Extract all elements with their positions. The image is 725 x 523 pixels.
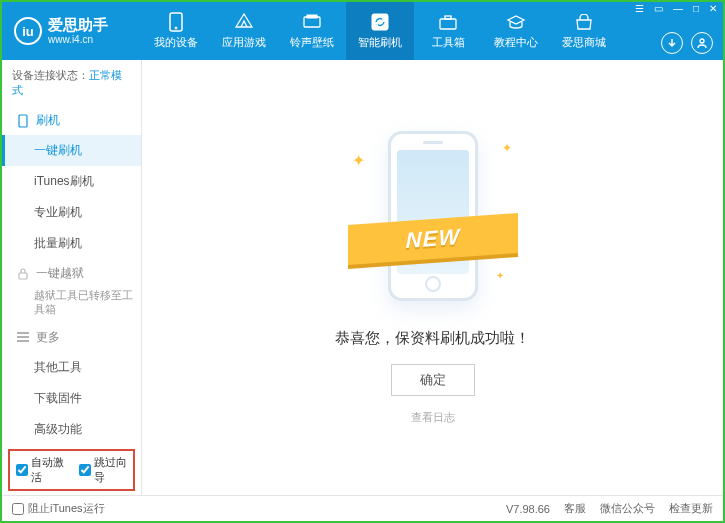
sidebar: 设备连接状态：正常模式 刷机 一键刷机 iTunes刷机 专业刷机 批量刷机 一… bbox=[2, 60, 142, 495]
nav-label: 我的设备 bbox=[154, 35, 198, 50]
svg-rect-6 bbox=[445, 16, 451, 19]
nav-label: 工具箱 bbox=[432, 35, 465, 50]
success-message: 恭喜您，保资料刷机成功啦！ bbox=[335, 329, 530, 348]
phone-icon bbox=[16, 114, 30, 128]
sidebar-item-batch[interactable]: 批量刷机 bbox=[2, 228, 141, 259]
menu-icon[interactable]: ☰ bbox=[633, 4, 646, 14]
list-icon bbox=[16, 330, 30, 344]
nav-store[interactable]: 爱思商城 bbox=[550, 2, 618, 60]
options-box: 自动激活 跳过向导 bbox=[8, 449, 135, 491]
svg-rect-3 bbox=[307, 15, 317, 18]
nav-label: 教程中心 bbox=[494, 35, 538, 50]
footer-wechat[interactable]: 微信公众号 bbox=[600, 501, 655, 516]
connection-status: 设备连接状态：正常模式 bbox=[2, 60, 141, 106]
nav-label: 智能刷机 bbox=[358, 35, 402, 50]
sidebar-item-other[interactable]: 其他工具 bbox=[2, 352, 141, 383]
brand-site: www.i4.cn bbox=[48, 34, 108, 45]
jailbreak-note: 越狱工具已转移至工具箱 bbox=[2, 288, 141, 323]
nav-smart-flash[interactable]: 智能刷机 bbox=[346, 2, 414, 60]
device-icon bbox=[166, 12, 186, 32]
footer-update[interactable]: 检查更新 bbox=[669, 501, 713, 516]
wallpaper-icon bbox=[302, 12, 322, 32]
minimize-icon[interactable]: — bbox=[671, 4, 685, 14]
logo-icon: iu bbox=[14, 17, 42, 45]
nav-tutorials[interactable]: 教程中心 bbox=[482, 2, 550, 60]
view-log-link[interactable]: 查看日志 bbox=[411, 410, 455, 425]
store-icon bbox=[574, 12, 594, 32]
status-bar: 阻止iTunes运行 V7.98.66 客服 微信公众号 检查更新 bbox=[2, 495, 723, 521]
window-controls: ☰ ▭ — □ ✕ bbox=[633, 4, 719, 14]
ok-button[interactable]: 确定 bbox=[391, 364, 475, 396]
sidebar-item-pro[interactable]: 专业刷机 bbox=[2, 197, 141, 228]
nav-ringtones[interactable]: 铃声壁纸 bbox=[278, 2, 346, 60]
download-button[interactable] bbox=[661, 32, 683, 54]
lock-icon bbox=[16, 267, 30, 281]
success-illustration: ✦ ✦ ✦ NEW bbox=[358, 131, 508, 311]
main-panel: ✦ ✦ ✦ NEW 恭喜您，保资料刷机成功啦！ 确定 查看日志 bbox=[142, 60, 723, 495]
svg-rect-5 bbox=[440, 19, 456, 29]
svg-rect-9 bbox=[19, 273, 27, 279]
toolbox-icon bbox=[438, 12, 458, 32]
skin-icon[interactable]: ▭ bbox=[652, 4, 665, 14]
nav-label: 应用游戏 bbox=[222, 35, 266, 50]
section-flash[interactable]: 刷机 bbox=[2, 106, 141, 135]
svg-rect-8 bbox=[19, 115, 27, 127]
nav-toolbox[interactable]: 工具箱 bbox=[414, 2, 482, 60]
new-ribbon: NEW bbox=[348, 213, 518, 265]
checkbox-auto-activate[interactable]: 自动激活 bbox=[16, 455, 65, 485]
graduation-icon bbox=[506, 12, 526, 32]
apps-icon bbox=[234, 12, 254, 32]
logo: iu 爱思助手 www.i4.cn bbox=[2, 17, 142, 45]
version-label: V7.98.66 bbox=[506, 503, 550, 515]
nav-apps[interactable]: 应用游戏 bbox=[210, 2, 278, 60]
brand-name: 爱思助手 bbox=[48, 17, 108, 34]
maximize-icon[interactable]: □ bbox=[691, 4, 701, 14]
nav-label: 铃声壁纸 bbox=[290, 35, 334, 50]
sidebar-item-advanced[interactable]: 高级功能 bbox=[2, 414, 141, 445]
refresh-icon bbox=[370, 12, 390, 32]
close-icon[interactable]: ✕ bbox=[707, 4, 719, 14]
svg-point-7 bbox=[700, 39, 704, 43]
section-jailbreak[interactable]: 一键越狱 bbox=[2, 259, 141, 288]
svg-rect-4 bbox=[372, 14, 388, 30]
title-bar: iu 爱思助手 www.i4.cn 我的设备 应用游戏 铃声壁纸 智能刷机 bbox=[2, 2, 723, 60]
nav-my-device[interactable]: 我的设备 bbox=[142, 2, 210, 60]
nav-label: 爱思商城 bbox=[562, 35, 606, 50]
sidebar-item-oneclick[interactable]: 一键刷机 bbox=[2, 135, 141, 166]
checkbox-skip-guide[interactable]: 跳过向导 bbox=[79, 455, 128, 485]
sidebar-item-itunes[interactable]: iTunes刷机 bbox=[2, 166, 141, 197]
svg-point-1 bbox=[175, 27, 177, 29]
user-button[interactable] bbox=[691, 32, 713, 54]
section-more[interactable]: 更多 bbox=[2, 323, 141, 352]
sidebar-item-firmware[interactable]: 下载固件 bbox=[2, 383, 141, 414]
footer-service[interactable]: 客服 bbox=[564, 501, 586, 516]
checkbox-block-itunes[interactable]: 阻止iTunes运行 bbox=[12, 501, 105, 516]
